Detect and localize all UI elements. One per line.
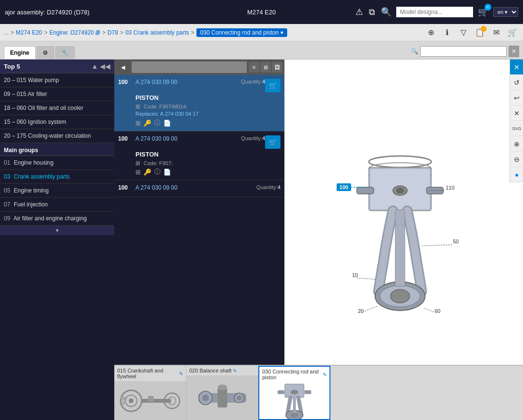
part-1-pos: 100 (118, 79, 133, 85)
part-1-header: 100 A 274 030 09 00 Quantity: 4 🛒 (118, 79, 280, 92)
svg-line-19 (422, 245, 452, 246)
svg-rect-44 (278, 390, 284, 394)
diagram-dot-btn[interactable]: ● (510, 167, 523, 182)
center-search-input[interactable] (132, 61, 247, 73)
sidebar-item-top5-5[interactable]: 20 – 175 Cooling-water circulation (0, 129, 114, 143)
report-btn[interactable]: 📋 (473, 26, 487, 39)
sidebar-controls: ▲ ◀◀ (91, 62, 110, 70)
top-header: ajor assembly: D274920 (D78) M274 E20 ⚠ … (0, 0, 523, 24)
info-btn[interactable]: ℹ (440, 26, 454, 39)
thumb-015-edit-icon: ✎ (179, 371, 183, 376)
breadcrumb-d78[interactable]: D78 (108, 29, 118, 36)
cart-container: 🛒 + (477, 6, 489, 18)
warning-icon-btn[interactable]: ⚠ (354, 6, 364, 18)
part-2-doc-icon[interactable]: 📄 (163, 168, 171, 176)
sidebar-item-top5-3[interactable]: 18 – 060 Oil filter and oil cooler (0, 101, 114, 115)
sidebar-item-top5-4[interactable]: 15 – 060 Ignition system (0, 115, 114, 129)
breadcrumb-active[interactable]: 030 Connecting rod and piston ▾ (196, 28, 287, 37)
part-2-info-icon[interactable]: ⓘ (154, 168, 160, 176)
email-btn[interactable]: ✉ (489, 26, 503, 39)
sidebar-item-mg-09[interactable]: 09 Air filter and engine charging (0, 212, 114, 226)
part-item-2[interactable]: 100 A 274 030 09 00 Quantity: 4 🛒 PISTON… (114, 132, 284, 180)
diagram-zoom-out-btn[interactable]: ⊖ (510, 152, 523, 167)
part-2-cart-btn[interactable]: 🛒 (265, 135, 280, 149)
diagram-zoom-in-btn[interactable]: ⊕ (510, 136, 523, 152)
breadcrumb-ellipsis[interactable]: ... (4, 29, 9, 36)
sidebar-main-groups-title: Main groups (0, 143, 114, 156)
sidebar: Top 5 ▲ ◀◀ 20 – 015 Water pump 09 – 015 … (0, 60, 114, 420)
tab-3[interactable]: 🔧 (55, 46, 75, 59)
filter-btn[interactable]: ▽ (457, 26, 470, 39)
breadcrumb-engine[interactable]: Engine: D274920 🗐 (49, 29, 100, 36)
part-1-info-icon[interactable]: ⓘ (154, 119, 160, 127)
center-back-btn[interactable]: ◀ (116, 61, 130, 73)
svg-point-43 (291, 390, 298, 395)
svg-point-0 (369, 156, 431, 168)
part-1-cart-btn[interactable]: 🛒 (265, 79, 280, 92)
thumb-030-label: 030 Connecting rod and piston ✎ (259, 367, 329, 382)
sidebar-expand-btn[interactable]: ◀◀ (100, 62, 110, 70)
copy-icon-btn[interactable]: ⧉ (368, 6, 376, 18)
thumb-020-image (186, 375, 258, 420)
diagram-undo-btn[interactable]: ↩ (510, 90, 523, 106)
part-1-table-icon[interactable]: ⊞ (135, 119, 141, 127)
diagram-tools: ✕ ↺ ↩ ✕ SVG ⊕ ⊖ ● (510, 60, 523, 182)
part-1-code: ⊞ Code: F907/M014; (118, 103, 280, 110)
diagram-rotate-btn[interactable]: ↺ (510, 75, 523, 90)
tab-search-input[interactable] (420, 46, 507, 57)
sidebar-top5-header: Top 5 ▲ ◀◀ (0, 60, 114, 73)
sidebar-item-mg-03[interactable]: 03 Crank assembly parts (0, 170, 114, 184)
part-3-number: A 274 030 09 00 (135, 184, 254, 191)
sidebar-item-top5-2[interactable]: 09 – 015 Air filter (0, 87, 114, 101)
part-2-table-icon[interactable]: ⊞ (135, 168, 141, 176)
thumb-015-item[interactable]: 015 Crankshaft and flywheel ✎ (114, 366, 186, 420)
breadcrumb-03[interactable]: 03 Crank assembly parts (125, 29, 189, 36)
tab-search-clear[interactable]: ✕ (509, 46, 519, 57)
part-1-replaces: Replaces: A 274 030 04 17 (118, 111, 280, 117)
breadcrumb-tools: ⊕ ℹ ▽ 📋 ✉ 🛒 (424, 26, 519, 39)
app-title: ajor assembly: D274920 (D78) (5, 9, 89, 16)
svg-text:110: 110 (446, 185, 454, 191)
tab-search-area: 🔍 ✕ (411, 46, 519, 59)
tab-engine-label: Engine (10, 49, 29, 56)
part-3-pos: 100 (118, 184, 133, 191)
breadcrumb-bar: ... > M274 E20 > Engine: D274920 🗐 > D78… (0, 24, 523, 41)
search-icon-btn[interactable]: 🔍 (380, 6, 392, 18)
diagram-close-btn[interactable]: ✕ (510, 60, 523, 75)
diagram-svg-btn[interactable]: SVG (510, 121, 523, 136)
part-2-number: A 274 030 09 00 (135, 135, 238, 142)
sidebar-item-mg-07[interactable]: 07 Fuel injection (0, 198, 114, 212)
sidebar-item-top5-1[interactable]: 20 – 015 Water pump (0, 73, 114, 87)
grid-view-btn[interactable]: ⊞ (260, 62, 271, 72)
part-2-key-icon[interactable]: 🔑 (144, 168, 151, 176)
svg-text:60: 60 (435, 308, 440, 314)
sidebar-item-mg-05[interactable]: 05 Engine timing (0, 184, 114, 198)
tab-2[interactable]: ⚙ (36, 46, 54, 59)
diagram-svg: 100 110 50 10 60 20 (309, 143, 491, 325)
svg-point-28 (129, 398, 134, 403)
part-2-pos: 100 (118, 135, 133, 142)
zoom-in-btn[interactable]: ⊕ (424, 26, 438, 39)
cart-bc-btn[interactable]: 🛒 (506, 26, 519, 39)
part-1-doc-icon[interactable]: 📄 (163, 119, 171, 127)
thumb-030-item[interactable]: 030 Connecting rod and piston ✎ (258, 366, 330, 420)
diagram-x-btn[interactable]: ✕ (510, 106, 523, 121)
image-view-btn[interactable]: 🖼 (272, 62, 282, 72)
svg-point-37 (202, 395, 209, 401)
part-item-3[interactable]: 100 A 274 030 09 00 Quantity: 4 (114, 180, 284, 197)
sidebar-scroll-down[interactable]: ▾ (0, 226, 114, 235)
tab-engine[interactable]: Engine (4, 46, 36, 59)
model-search-input[interactable] (396, 7, 473, 17)
thumb-015-label: 015 Crankshaft and flywheel ✎ (114, 366, 186, 381)
sidebar-item-mg-01[interactable]: 01 Engine housing (0, 156, 114, 170)
svg-text:100: 100 (340, 184, 348, 190)
sidebar-collapse-btn[interactable]: ▲ (91, 62, 98, 70)
part-item-1[interactable]: 100 A 274 030 09 00 Quantity: 4 🛒 PISTON… (114, 75, 284, 132)
part-3-header: 100 A 274 030 09 00 Quantity: 4 (118, 184, 280, 191)
list-view-btn[interactable]: ≡ (249, 62, 259, 72)
language-select[interactable]: en ▾ (493, 7, 518, 17)
thumb-020-item[interactable]: 020 Balance shaft ✎ (186, 366, 258, 420)
breadcrumb-m274e20[interactable]: M274 E20 (16, 29, 42, 36)
thumb-020-label: 020 Balance shaft ✎ (186, 366, 258, 375)
part-1-key-icon[interactable]: 🔑 (144, 119, 151, 127)
